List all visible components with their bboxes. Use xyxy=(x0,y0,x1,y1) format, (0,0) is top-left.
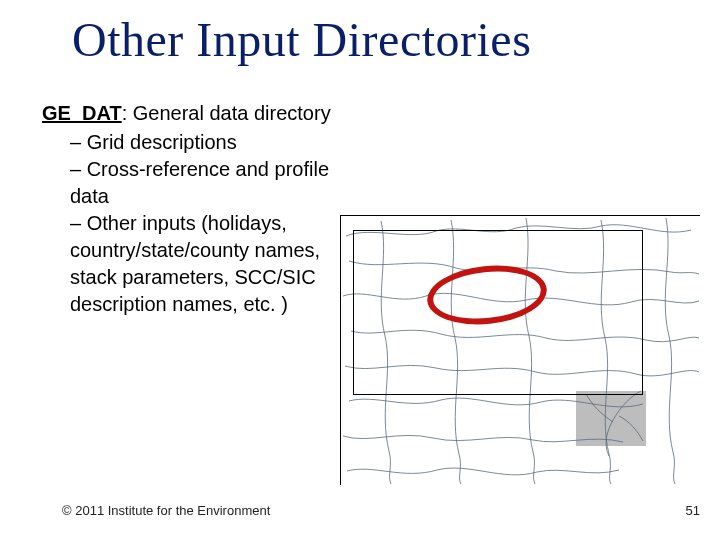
lead-line: GE_DAT: General data directory xyxy=(42,100,337,127)
bullet-list: – Grid descriptions – Cross-reference an… xyxy=(42,129,337,318)
slide: Other Input Directories GE_DAT: General … xyxy=(0,0,720,540)
svg-rect-0 xyxy=(341,216,701,486)
slide-title: Other Input Directories xyxy=(72,12,700,67)
svg-rect-1 xyxy=(576,391,646,446)
footer-copyright: © 2011 Institute for the Environment xyxy=(62,503,270,518)
list-item: – Cross-reference and profile data xyxy=(70,156,337,210)
body-text: GE_DAT: General data directory – Grid de… xyxy=(42,100,337,318)
list-item: – Other inputs (holidays, country/state/… xyxy=(70,210,337,318)
list-item: – Grid descriptions xyxy=(70,129,337,156)
map-icon xyxy=(341,216,701,486)
lead-label: GE_DAT xyxy=(42,102,122,124)
map-figure xyxy=(340,215,700,485)
lead-rest: : General data directory xyxy=(122,102,331,124)
page-number: 51 xyxy=(686,503,700,518)
